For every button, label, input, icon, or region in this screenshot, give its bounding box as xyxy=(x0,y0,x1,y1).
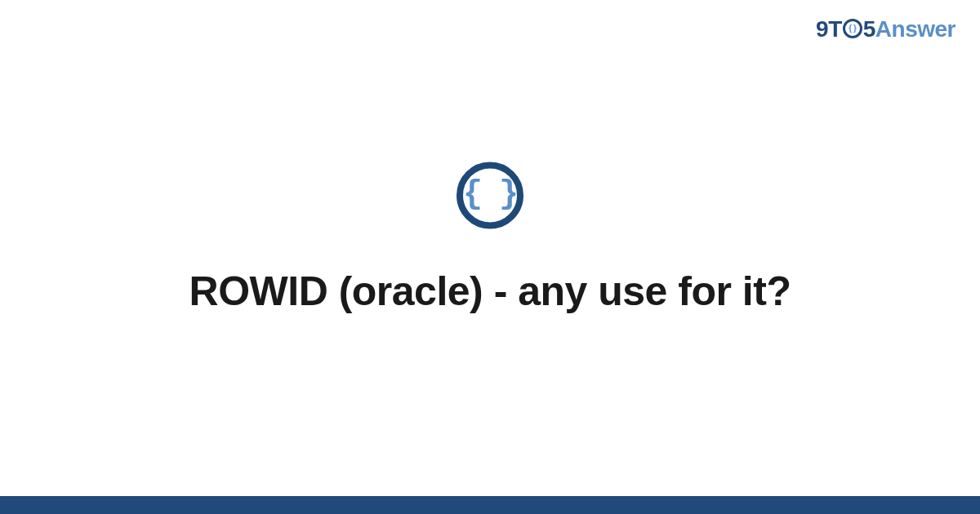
footer-bar xyxy=(0,496,980,514)
logo-text-9t: 9T xyxy=(816,16,842,42)
logo-text-answer: Answer xyxy=(875,16,956,42)
site-logo: 9T { } 5 Answer xyxy=(816,16,956,42)
logo-o-inner-braces: { } xyxy=(849,24,856,33)
category-icon-circle: { } xyxy=(457,162,523,228)
logo-text-5: 5 xyxy=(863,16,875,42)
question-title: ROWID (oracle) - any use for it? xyxy=(0,268,980,315)
main-content: { } ROWID (oracle) - any use for it? xyxy=(0,162,980,315)
code-braces-icon: { } xyxy=(463,179,517,211)
logo-o-icon: { } xyxy=(843,19,862,38)
